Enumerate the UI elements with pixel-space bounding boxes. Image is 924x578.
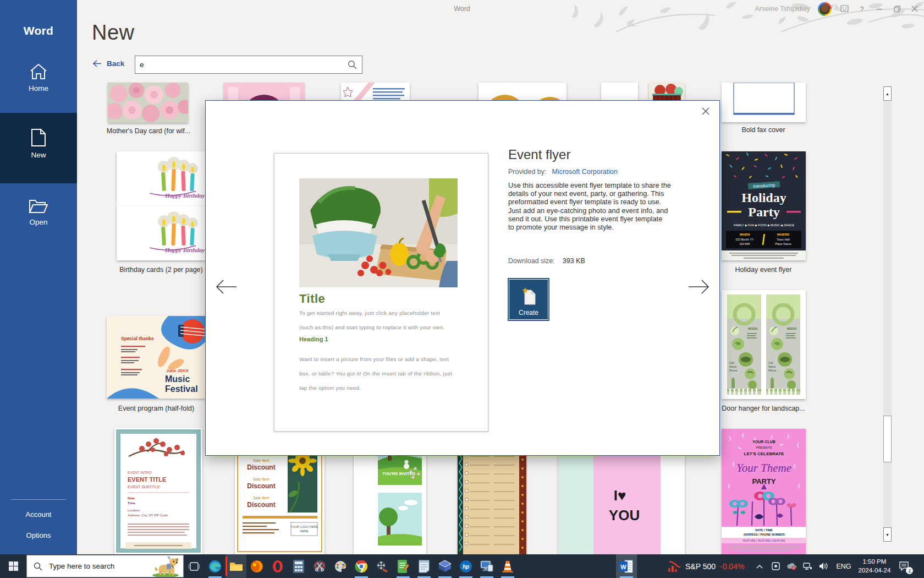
opera-icon: [271, 560, 284, 573]
svg-text:HH:MM: HH:MM: [740, 242, 750, 246]
previous-template-arrow[interactable]: [215, 278, 238, 296]
svg-text:PRESENTS: PRESENTS: [756, 446, 772, 449]
taskbar-app-word[interactable]: W: [616, 554, 637, 578]
sidebar-item-open[interactable]: Open: [0, 183, 77, 249]
taskbar-clock[interactable]: 1:50 PM 2024-04-24: [858, 558, 890, 575]
network-icon[interactable]: [802, 561, 813, 572]
provider-link[interactable]: Microsoft Corporation: [552, 168, 618, 176]
template-search-box[interactable]: [135, 56, 362, 74]
volume-icon[interactable]: [818, 561, 829, 572]
svg-text:WHERE: WHERE: [777, 233, 789, 236]
svg-text:Discount: Discount: [247, 464, 275, 471]
taskbar-app-virtualbox[interactable]: [435, 554, 455, 578]
template-tile-birthday[interactable]: Happy Birthday! Happy Birthday!: [117, 151, 206, 260]
stock-down-chart-icon: [668, 560, 681, 572]
template-search-input[interactable]: [135, 61, 348, 69]
svg-text:Sale Item: Sale Item: [253, 477, 270, 481]
next-template-arrow[interactable]: [688, 278, 711, 296]
template-tile-music-festival[interactable]: Special thanks June 20XX Music Festival: [107, 316, 206, 399]
sidebar-item-home[interactable]: Home: [0, 55, 77, 110]
template-tile-event-program[interactable]: EVENT INTRO EVENT TITLE EVENT SUBTITLE D…: [114, 428, 202, 554]
taskbar-app-calculator[interactable]: [288, 554, 309, 578]
taskbar-app-paint[interactable]: [330, 554, 351, 578]
new-document-icon: [31, 128, 46, 147]
template-preview-page: Title To get started right away, just cl…: [274, 153, 488, 432]
cherry-subtitle: EVENT SUBTITLE: [128, 485, 160, 489]
template-tile-door-hanger[interactable]: NEEDS Call Name Phone: [722, 290, 806, 399]
stock-widget[interactable]: S&P 500 -0.04%: [668, 560, 744, 572]
back-button[interactable]: Back: [92, 59, 124, 68]
template-tile-holiday-flyer[interactable]: Introducing Holiday Party FAMILY ◆ FUN ◆…: [722, 151, 806, 260]
template-tile-mothers-day[interactable]: [108, 83, 188, 123]
taskbar-app-hp[interactable]: hp: [455, 554, 476, 578]
template-tile-bold-fax[interactable]: [722, 83, 806, 122]
scrollbar-track[interactable]: [883, 86, 892, 542]
svg-text:Sale Item: Sale Item: [253, 496, 270, 500]
svg-text:WHEN: WHEN: [740, 233, 750, 236]
template-tile-theme-party[interactable]: YOUR CLUB PRESENTS LET'S CELEBRATE Your …: [722, 429, 806, 554]
taskbar-app-green-editor[interactable]: [393, 554, 414, 578]
taskbar-app-remote-pc[interactable]: [476, 554, 497, 578]
movie-maker-icon: [376, 560, 389, 573]
file-explorer-icon: [229, 561, 243, 572]
minimize-button[interactable]: [875, 4, 884, 14]
search-icon[interactable]: [348, 60, 357, 69]
scroll-up-button[interactable]: ▲: [883, 86, 892, 101]
task-view-button[interactable]: [184, 554, 205, 578]
svg-text:Call: Call: [729, 361, 734, 364]
restore-button[interactable]: [892, 4, 902, 14]
taskbar-app-notepad[interactable]: [414, 554, 435, 578]
pc-monitor-icon: [480, 560, 493, 572]
scroll-down-button[interactable]: ▼: [883, 527, 892, 542]
close-icon: [702, 107, 710, 115]
template-preview-dialog: Title To get started right away, just cl…: [205, 100, 720, 456]
taskbar-app-snipping-tool[interactable]: [309, 554, 330, 578]
feedback-icon[interactable]: [839, 4, 849, 14]
taskbar-app-opera[interactable]: [267, 554, 288, 578]
taskbar-app-firefox[interactable]: [246, 554, 267, 578]
template-label: Door hanger for landscap...: [708, 405, 818, 412]
stock-index-label: S&P 500: [685, 562, 716, 571]
language-indicator[interactable]: ENG: [834, 563, 853, 570]
svg-text:Place Name: Place Name: [775, 242, 791, 246]
start-button[interactable]: [0, 554, 26, 578]
create-button[interactable]: Create: [508, 278, 549, 321]
love-you-text: YOU: [609, 507, 640, 524]
dog-illustration: [151, 555, 180, 577]
page-title: New: [92, 21, 135, 45]
roses-photo: [108, 83, 188, 123]
svg-text:HERE: HERE: [300, 530, 309, 533]
taskbar-app-file-explorer[interactable]: [226, 554, 246, 578]
taskbar-app-chrome[interactable]: [351, 554, 372, 578]
titlebar: Word Arseine Tshipidiay ?: [0, 0, 924, 18]
taskbar-app-edge[interactable]: [205, 554, 226, 578]
sidebar-item-options[interactable]: Options: [0, 531, 77, 539]
tray-expand-chevron-icon[interactable]: [754, 561, 765, 572]
user-name[interactable]: Arseine Tshipidiay: [755, 5, 810, 13]
holiday-title2: Party: [748, 205, 779, 219]
preview-doc-paragraph: Want to insert a picture from your files…: [299, 356, 464, 399]
avatar[interactable]: [818, 2, 832, 16]
sidebar-item-label: New: [0, 151, 77, 159]
provided-by: Provided by:Microsoft Corporation: [508, 168, 618, 176]
cherry-address: Address, City, ST ZIP Code: [128, 514, 168, 517]
dialog-close-button[interactable]: [698, 104, 713, 118]
scrollbar-thumb[interactable]: [883, 416, 892, 462]
notepad-icon: [419, 560, 430, 573]
open-folder-icon: [29, 198, 48, 214]
taskbar-app-movie-maker[interactable]: [372, 554, 393, 578]
action-center-button[interactable]: 1: [895, 558, 912, 575]
taskbar-search-input[interactable]: [48, 561, 149, 571]
tray-app-icon[interactable]: [770, 561, 781, 572]
svg-text:FEATURE | FEATURE | FEATURE: FEATURE | FEATURE | FEATURE: [743, 539, 785, 542]
help-icon[interactable]: ?: [857, 4, 867, 14]
svg-text:Town Hall: Town Hall: [777, 238, 789, 241]
close-window-button[interactable]: [910, 4, 920, 14]
onedrive-error-icon[interactable]: [786, 561, 797, 572]
chrome-icon: [355, 560, 368, 573]
taskbar-app-vlc[interactable]: [497, 554, 518, 578]
sidebar-item-new[interactable]: New: [0, 113, 77, 183]
invited-text: YOU'RE INVITED: [382, 471, 416, 476]
sidebar-item-account[interactable]: Account: [0, 510, 77, 519]
taskbar-search[interactable]: [26, 555, 184, 577]
